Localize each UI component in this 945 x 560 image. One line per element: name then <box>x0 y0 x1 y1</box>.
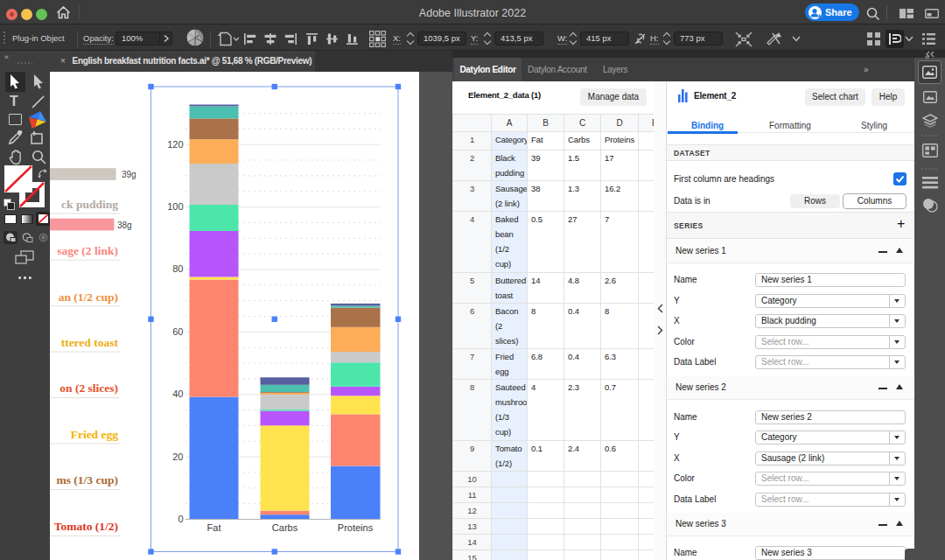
svg-text:39g: 39g <box>122 170 136 179</box>
svg-text:on (2 slices): on (2 slices) <box>60 382 118 395</box>
svg-text:0: 0 <box>178 514 183 524</box>
svg-text:80: 80 <box>172 263 183 274</box>
svg-text:Tomato (1/2): Tomato (1/2) <box>54 520 118 533</box>
svg-text:an (1/2 cup): an (1/2 cup) <box>59 290 118 304</box>
svg-text:sage (2 link): sage (2 link) <box>57 244 118 257</box>
svg-text:Carbs: Carbs <box>272 522 298 533</box>
svg-text:40: 40 <box>172 388 183 399</box>
svg-text:120: 120 <box>167 139 183 150</box>
svg-text:ck pudding: ck pudding <box>61 198 118 211</box>
svg-text:Fat: Fat <box>207 522 221 533</box>
svg-text:100: 100 <box>167 201 183 212</box>
svg-text:ms (1/3 cup): ms (1/3 cup) <box>57 473 119 486</box>
svg-text:ttered toast: ttered toast <box>61 336 119 349</box>
svg-text:Fried egg: Fried egg <box>71 428 119 441</box>
svg-text:60: 60 <box>172 326 183 337</box>
svg-text:38g: 38g <box>117 220 132 230</box>
svg-text:Proteins: Proteins <box>338 522 374 533</box>
svg-text:20: 20 <box>172 452 183 462</box>
